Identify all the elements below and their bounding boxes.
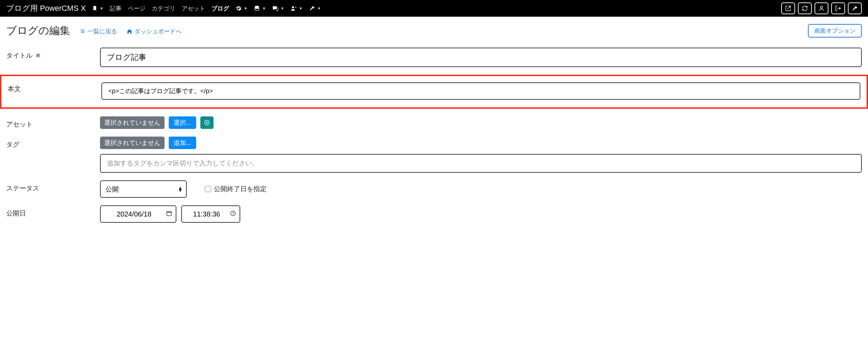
back-to-list-label: 一覧に戻る [87, 27, 117, 35]
wrench-icon [852, 5, 858, 11]
body-input[interactable] [101, 82, 860, 100]
caret-down-icon: ▼ [281, 6, 284, 10]
external-link-icon [785, 5, 791, 11]
nav-item-blog[interactable]: ブログ [211, 5, 229, 13]
wrench-icon [309, 5, 315, 11]
caret-down-icon: ▼ [244, 6, 248, 10]
publish-time-input[interactable] [181, 205, 240, 223]
row-asset: アセット 選択されていません 選択... [6, 116, 862, 129]
caret-down-icon: ▼ [299, 6, 303, 10]
end-date-checkbox[interactable] [205, 186, 211, 192]
required-icon: ✱ [35, 52, 41, 59]
comments-icon [272, 5, 278, 11]
row-publish-date: 公開日 [6, 205, 862, 223]
input-col-title [100, 48, 862, 67]
back-to-list-link[interactable]: 一覧に戻る [80, 27, 117, 35]
dashboard-link[interactable]: ダッシュボードへ [127, 27, 182, 35]
nav-items: ▼ 記事 ページ カテゴリ アセット ブログ ▼ ▼ [92, 5, 321, 13]
bookmark-icon [92, 6, 98, 11]
caret-down-icon: ▼ [317, 6, 321, 10]
screen-options-button[interactable]: 画面オプション [808, 24, 862, 38]
label-body: 本文 [8, 82, 94, 93]
nav-settings[interactable]: ▼ [235, 5, 248, 11]
brand-title[interactable]: ブログ用 PowerCMS X [6, 3, 86, 14]
list-icon [80, 28, 85, 34]
time-input-wrap [181, 205, 240, 223]
asset-select-button[interactable]: 選択... [169, 116, 196, 129]
refresh-icon [802, 5, 808, 11]
nav-comments[interactable]: ▼ [272, 5, 284, 11]
label-title-text: タイトル [6, 51, 33, 60]
label-asset: アセット [6, 116, 93, 129]
input-col-asset: 選択されていません 選択... [100, 116, 862, 129]
nav-database[interactable]: ▼ [254, 5, 266, 11]
dashboard-label: ダッシュボードへ [134, 27, 182, 35]
nav-item-categories[interactable]: カテゴリ [152, 5, 175, 13]
page-header-left: ブログの編集 一覧に戻る ダッシュボードへ [6, 24, 182, 38]
label-title: タイトル ✱ [6, 48, 93, 60]
external-link-button[interactable] [781, 2, 795, 14]
home-icon [127, 28, 132, 34]
tools-button[interactable] [848, 2, 862, 14]
user-plus-icon [291, 5, 297, 11]
svg-point-1 [292, 6, 294, 8]
asset-none-badge: 選択されていません [100, 116, 165, 129]
page-content: ブログの編集 一覧に戻る ダッシュボードへ 画面オプション タイトル ✱ [0, 17, 868, 244]
asset-add-button[interactable] [200, 116, 214, 129]
svg-point-2 [820, 6, 823, 8]
caret-down-icon: ▼ [100, 6, 103, 10]
nav-bookmark[interactable]: ▼ [92, 6, 103, 11]
user-icon [818, 5, 825, 11]
input-col-body [101, 82, 860, 100]
row-body-highlighted: 本文 [0, 75, 868, 109]
tag-add-button[interactable]: 追加... [169, 137, 196, 149]
user-button[interactable] [815, 2, 828, 14]
database-icon [254, 5, 260, 11]
end-date-label: 公開終了日を指定 [214, 185, 267, 194]
plus-circle-icon [204, 120, 210, 126]
publish-date-input[interactable] [100, 205, 176, 223]
date-input-wrap [100, 205, 176, 223]
row-title: タイトル ✱ [6, 48, 862, 67]
status-select-wrap: 公開 ▲▼ [100, 180, 187, 198]
end-date-checkbox-row[interactable]: 公開終了日を指定 [205, 185, 267, 194]
label-tag: タグ [6, 137, 93, 149]
nav-item-assets[interactable]: アセット [182, 5, 205, 13]
tag-none-badge: 選択されていません [100, 137, 165, 149]
nav-users[interactable]: ▼ [291, 5, 303, 11]
input-col-tag: 選択されていません 追加... [100, 137, 862, 173]
refresh-button[interactable] [798, 2, 812, 14]
nav-tools[interactable]: ▼ [309, 5, 321, 11]
title-input[interactable] [100, 48, 862, 67]
logout-icon [835, 5, 841, 11]
topbar: ブログ用 PowerCMS X ▼ 記事 ページ カテゴリ アセット ブログ ▼ [0, 0, 868, 17]
label-status: ステータス [6, 180, 93, 193]
tag-input[interactable] [100, 154, 862, 173]
topbar-right [781, 2, 862, 14]
nav-item-articles[interactable]: 記事 [110, 5, 122, 13]
page-title: ブログの編集 [6, 24, 70, 38]
gear-icon [235, 5, 242, 11]
logout-button[interactable] [831, 2, 845, 14]
page-header: ブログの編集 一覧に戻る ダッシュボードへ 画面オプション [6, 24, 862, 38]
input-col-status: 公開 ▲▼ 公開終了日を指定 [100, 180, 862, 198]
row-tag: タグ 選択されていません 追加... [6, 137, 862, 173]
status-select[interactable]: 公開 [100, 180, 187, 198]
label-publish: 公開日 [6, 205, 93, 218]
input-col-publish [100, 205, 862, 223]
nav-item-pages[interactable]: ページ [128, 5, 145, 13]
topbar-left: ブログ用 PowerCMS X ▼ 記事 ページ カテゴリ アセット ブログ ▼ [6, 3, 321, 14]
caret-down-icon: ▼ [262, 6, 266, 10]
row-status: ステータス 公開 ▲▼ 公開終了日を指定 [6, 180, 862, 198]
